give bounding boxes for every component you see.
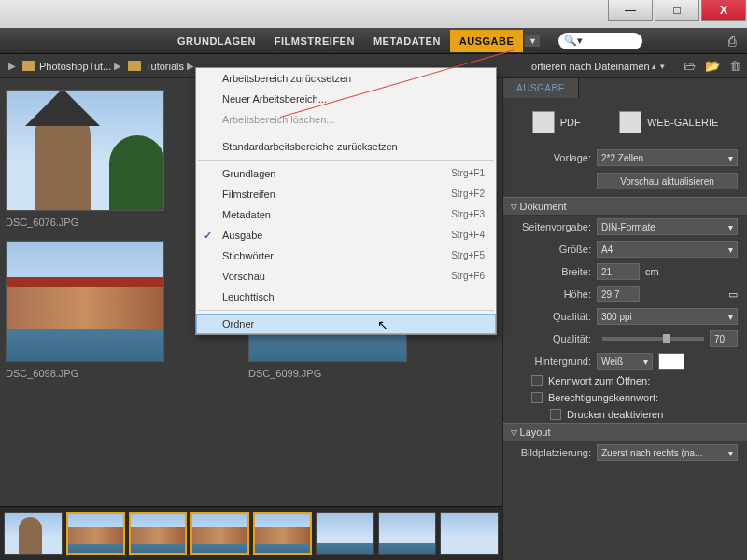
menu-separator: [198, 160, 494, 161]
output-webgallery-button[interactable]: WEB-GALERIE: [619, 111, 718, 133]
label-drucken: Drucken deaktivieren: [567, 409, 663, 420]
filmstrip: [0, 506, 502, 560]
output-pdf-button[interactable]: PDF: [532, 111, 581, 133]
sort-direction-icon[interactable]: ▴: [652, 62, 656, 71]
folder-icon: [128, 61, 141, 71]
filmstrip-thumb[interactable]: [66, 512, 125, 555]
refresh-preview-button[interactable]: Vorschau aktualisieren: [597, 173, 738, 189]
menu-reset-default-workspaces[interactable]: Standardarbeitsbereiche zurücksetzen: [196, 136, 496, 157]
background-swatch[interactable]: [658, 353, 684, 370]
menu-filmstreifen[interactable]: FilmstreifenStrg+F2: [196, 184, 496, 204]
workspace-dropdown-arrow[interactable]: ▼: [525, 35, 540, 47]
label-bildplatzierung: Bildplatzierung:: [513, 447, 597, 458]
height-input[interactable]: [597, 286, 640, 302]
filmstrip-thumb[interactable]: [129, 512, 188, 555]
label-hintergrund: Hintergrund:: [513, 356, 597, 367]
quality-slider[interactable]: [602, 337, 704, 341]
filmstrip-thumb[interactable]: [253, 512, 312, 555]
sort-label[interactable]: ortieren nach Dateinamen: [531, 61, 650, 72]
search-input[interactable]: 🔍▾: [558, 33, 642, 49]
thumbnail[interactable]: DSC_6076.JPG: [6, 90, 164, 228]
chevron-right-icon: ▶: [187, 61, 194, 71]
menu-leuchttisch[interactable]: Leuchttisch: [196, 287, 496, 307]
web-gallery-icon: [619, 111, 641, 133]
filmstrip-thumb[interactable]: [190, 512, 249, 555]
menu-separator: [198, 310, 494, 311]
orientation-icon[interactable]: ▭: [728, 288, 738, 301]
checkmark-icon: ✓: [204, 230, 212, 242]
disable-print-checkbox[interactable]: [550, 409, 561, 420]
menu-ordner[interactable]: Ordner: [196, 314, 496, 334]
thumbnail-filename: DSC_6098.JPG: [6, 368, 164, 379]
menu-reset-workspace[interactable]: Arbeitsbereich zurücksetzen: [196, 68, 496, 89]
breadcrumb-item[interactable]: PhotoshopTut...: [39, 61, 111, 72]
output-panel: AUSGABE PDF WEB-GALERIE Vorlage:2*2 Zell…: [502, 78, 747, 560]
filmstrip-thumb[interactable]: [440, 512, 499, 555]
width-input[interactable]: [597, 263, 640, 280]
label-qualitaet-slider: Qualität:: [513, 333, 597, 344]
thumbnail[interactable]: DSC_6098.JPG: [6, 241, 164, 379]
label-kennwort: Kennwort zum Öffnen:: [548, 375, 650, 386]
thumbnail-filename: DSC_6076.JPG: [6, 217, 164, 228]
trash-icon[interactable]: 🗑: [729, 59, 741, 73]
open-recent-icon[interactable]: 🗁: [684, 59, 696, 73]
background-select[interactable]: Weiß▾: [597, 353, 653, 370]
label-breite: Breite:: [513, 266, 597, 277]
filmstrip-thumb[interactable]: [4, 512, 63, 555]
label-berechtigungs: Berechtigungskennwort:: [548, 392, 658, 403]
permission-password-checkbox[interactable]: [531, 392, 543, 403]
open-icon[interactable]: 📂: [705, 59, 720, 73]
page-preset-select[interactable]: DIN-Formate▾: [597, 218, 738, 235]
menu-grundlagen[interactable]: GrundlagenStrg+F1: [196, 163, 496, 184]
tab-metadaten[interactable]: METADATEN: [364, 30, 450, 52]
workspace-menubar: GRUNDLAGEN FILMSTREIFEN METADATEN AUSGAB…: [0, 28, 747, 54]
image-placement-select[interactable]: Zuerst nach rechts (na...▾: [597, 444, 738, 461]
filmstrip-thumb[interactable]: [316, 512, 374, 555]
label-vorlage: Vorlage:: [513, 152, 597, 163]
template-select[interactable]: 2*2 Zellen▾: [597, 149, 738, 166]
chevron-right-icon: ▶: [114, 61, 121, 71]
unit-label: cm: [645, 266, 659, 277]
label-qualitaet: Qualität:: [513, 311, 597, 322]
menu-new-workspace[interactable]: Neuer Arbeitsbereich...: [196, 89, 496, 109]
menu-metadaten[interactable]: MetadatenStrg+F3: [196, 204, 496, 225]
folder-icon: [22, 61, 35, 71]
section-dokument[interactable]: Dokument: [503, 197, 747, 216]
tab-ausgabe[interactable]: AUSGABE: [450, 30, 524, 52]
tab-grundlagen[interactable]: GRUNDLAGEN: [168, 30, 265, 52]
thumbnail-filename: DSC_6099.JPG: [248, 368, 407, 379]
print-icon[interactable]: ⎙: [728, 34, 736, 49]
pdf-icon: [532, 111, 555, 133]
breadcrumb-item[interactable]: Tutorials: [145, 61, 184, 72]
chevron-down-icon[interactable]: ▾: [660, 62, 665, 71]
label-hoehe: Höhe:: [513, 288, 597, 300]
menu-delete-workspace: Arbeitsbereich löschen...: [196, 109, 496, 130]
menu-separator: [198, 133, 494, 133]
window-titlebar: — □ X: [0, 0, 747, 28]
filmstrip-thumb[interactable]: [378, 512, 437, 555]
quality-value-input[interactable]: [710, 330, 738, 347]
menu-vorschau[interactable]: VorschauStrg+F6: [196, 266, 496, 287]
label-groesse: Größe:: [513, 244, 597, 255]
minimize-button[interactable]: —: [608, 0, 653, 21]
chevron-right-icon: ▶: [8, 61, 16, 71]
close-button[interactable]: X: [701, 0, 746, 21]
tab-filmstreifen[interactable]: FILMSTREIFEN: [265, 30, 364, 52]
label-seitenvorgabe: Seitenvorgabe:: [513, 221, 597, 232]
size-select[interactable]: A4▾: [597, 241, 738, 258]
menu-stichwoerter[interactable]: StichwörterStrg+F5: [196, 245, 496, 266]
section-layout[interactable]: Layout: [503, 423, 747, 441]
workspace-dropdown-menu: Arbeitsbereich zurücksetzen Neuer Arbeit…: [195, 67, 497, 335]
open-password-checkbox[interactable]: [531, 375, 543, 386]
menu-ausgabe[interactable]: ✓AusgabeStrg+F4: [196, 225, 496, 245]
quality-select[interactable]: 300 ppi▾: [597, 308, 738, 325]
maximize-button[interactable]: □: [655, 0, 699, 21]
panel-tab-ausgabe[interactable]: AUSGABE: [503, 78, 579, 98]
